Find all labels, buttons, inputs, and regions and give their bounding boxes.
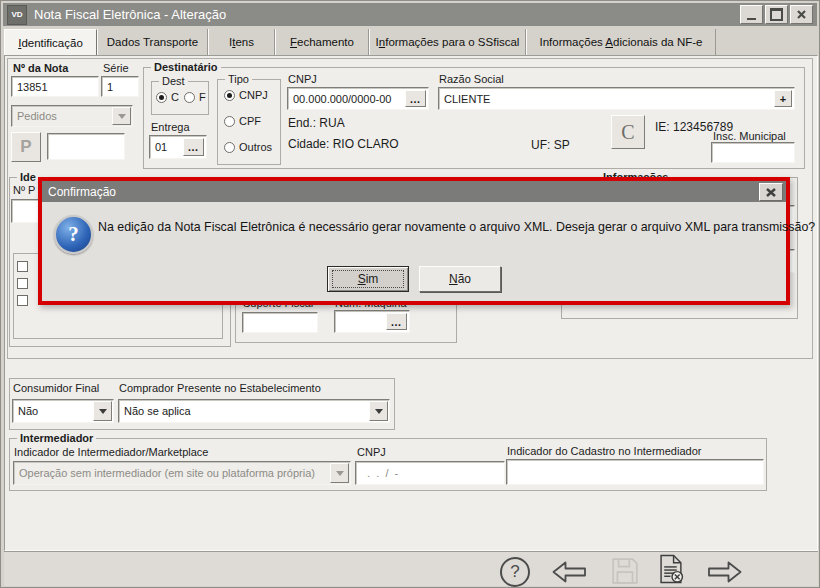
radio-icon <box>224 90 235 101</box>
checkbox-2[interactable] <box>17 278 28 289</box>
ellipsis-icon: … <box>188 141 200 153</box>
save-button[interactable] <box>611 557 639 585</box>
consumidor-final-dropdown-button[interactable] <box>93 401 112 421</box>
tab-label: Identificação <box>18 37 83 49</box>
comprador-presente-label: Comprador Presente no Estabelecimento <box>119 382 321 394</box>
window-titlebar[interactable]: VD Nota Fiscal Eletrônica - Alteração <box>3 3 817 26</box>
tab-label: Informações para o SSfiscal <box>376 36 520 48</box>
tipo-radio-cpf[interactable]: CPF <box>224 115 261 127</box>
tipo-option-label: Outros <box>239 141 272 153</box>
intermediador-cnpj-label: CNPJ <box>357 446 386 458</box>
pedidos-dropdown-button[interactable] <box>112 107 131 125</box>
dest-radio-f[interactable]: F <box>184 91 206 103</box>
previous-button[interactable] <box>551 561 587 583</box>
dest-option-label: C <box>171 91 179 103</box>
tab-identificacao[interactable]: Identificação <box>4 29 97 57</box>
close-button[interactable] <box>790 5 813 24</box>
indicador-intermediador-dropdown[interactable]: Operação sem intermediador (em site ou p… <box>13 461 351 485</box>
tipo-option-label: CPF <box>239 115 261 127</box>
razao-social-value: CLIENTE <box>444 93 490 105</box>
focus-rect <box>332 270 404 288</box>
app-icon: VD <box>7 5 27 25</box>
num-maquina-field[interactable]: … <box>334 310 410 333</box>
serie-label: Série <box>103 62 129 74</box>
dest-group-title: Dest <box>159 75 188 87</box>
dialog-title: Confirmação <box>48 185 116 199</box>
tab-label: Fechamento <box>290 36 354 48</box>
suporte-fiscal-field[interactable] <box>242 312 318 333</box>
minimize-button[interactable] <box>740 5 763 24</box>
chevron-down-icon <box>375 409 383 414</box>
consumidor-final-label: Consumidor Final <box>13 382 99 394</box>
tab-informacoes-adicionais-nfe[interactable]: Informações Adicionais da NF-e <box>526 29 716 55</box>
intermediador-cnpj-value: . . / - <box>361 467 398 479</box>
indicador-intermediador-dropdown-button[interactable] <box>330 463 349 483</box>
next-button[interactable] <box>707 561 743 583</box>
intermediador-cnpj-field[interactable]: . . / - <box>355 461 505 485</box>
help-button[interactable]: ? <box>500 557 530 587</box>
pedido-numero-label: Nº P <box>13 184 35 196</box>
indicador-cadastro-label: Indicador do Cadastro no Intermediador <box>507 445 701 457</box>
radio-icon <box>156 92 167 103</box>
dialog-titlebar[interactable]: Confirmação <box>42 181 786 202</box>
comprador-presente-dropdown[interactable]: Não se aplica <box>118 399 390 423</box>
aux-field[interactable] <box>47 133 125 160</box>
tab-informacoes-ssfiscal[interactable]: Informações para o SSfiscal <box>369 29 526 55</box>
endereco-text: End.: RUA <box>288 116 345 130</box>
num-maquina-lookup-button[interactable]: … <box>386 313 407 330</box>
tab-fechamento[interactable]: Fechamento <box>275 29 369 55</box>
serie-field[interactable]: 1 <box>101 76 139 97</box>
entrega-lookup-button[interactable]: … <box>183 138 204 156</box>
arrow-left-icon <box>551 561 587 583</box>
dest-radio-c[interactable]: C <box>156 91 179 103</box>
ellipsis-icon: … <box>391 316 403 328</box>
checkbox-3[interactable] <box>17 295 28 306</box>
cnpj-value: 00.000.000/0000-00 <box>293 93 391 105</box>
tab-label: Dados Transporte <box>107 36 198 48</box>
close-icon <box>797 10 806 19</box>
tab-label: Itens <box>229 36 254 48</box>
pedidos-dropdown[interactable]: Pedidos <box>11 105 133 127</box>
cnpj-field[interactable]: 00.000.000/0000-00 … <box>287 87 429 110</box>
tab-itens[interactable]: Itens <box>208 29 275 55</box>
indicador-intermediador-value: Operação sem intermediador (em site ou p… <box>19 467 315 479</box>
numero-nota-label: Nº da Nota <box>13 62 68 74</box>
p-button[interactable]: P <box>11 132 41 162</box>
dest-option-label: F <box>199 91 206 103</box>
serie-value: 1 <box>107 81 113 93</box>
c-button[interactable]: C <box>611 115 645 149</box>
footer-toolbar <box>4 552 818 586</box>
consumidor-final-dropdown[interactable]: Não <box>12 399 114 423</box>
maximize-button[interactable] <box>765 5 788 24</box>
cnpj-lookup-button[interactable]: … <box>405 90 426 107</box>
document-cancel-icon <box>659 554 684 584</box>
comprador-presente-dropdown-button[interactable] <box>369 401 388 421</box>
numero-nota-field[interactable]: 13851 <box>11 76 99 97</box>
dialog-close-button[interactable] <box>759 183 783 201</box>
indicador-cadastro-field[interactable] <box>506 459 764 485</box>
cancel-document-button[interactable] <box>659 554 684 584</box>
consumidor-final-value: Não <box>18 405 38 417</box>
tipo-group-title: Tipo <box>225 73 252 85</box>
tab-dados-transporte[interactable]: Dados Transporte <box>97 29 208 55</box>
entrega-field[interactable]: 01 … <box>149 135 207 159</box>
close-icon <box>766 188 776 197</box>
cnpj-label: CNPJ <box>288 73 317 85</box>
question-icon: ? <box>54 215 93 254</box>
chevron-down-icon <box>118 114 126 119</box>
save-icon <box>611 557 639 585</box>
tipo-radio-outros[interactable]: Outros <box>224 141 272 153</box>
razao-social-add-button[interactable]: + <box>774 90 792 107</box>
nao-button[interactable]: Não <box>419 266 501 292</box>
insc-municipal-field[interactable] <box>711 142 795 163</box>
comprador-presente-value: Não se aplica <box>124 405 191 417</box>
checkbox-1[interactable] <box>17 261 28 272</box>
tipo-radio-cnpj[interactable]: CNPJ <box>224 89 268 101</box>
entrega-label: Entrega <box>151 121 190 133</box>
cidade-text: Cidade: RIO CLARO <box>288 137 399 151</box>
sim-button[interactable]: Sim <box>327 266 409 292</box>
razao-social-field[interactable]: CLIENTE + <box>438 87 795 110</box>
dialog-message: Na edição da Nota Fiscal Eletrônica é ne… <box>98 220 815 234</box>
tab-label: Informações Adicionais da NF-e <box>540 36 703 48</box>
destinatario-group-title: Destinatário <box>151 61 221 73</box>
